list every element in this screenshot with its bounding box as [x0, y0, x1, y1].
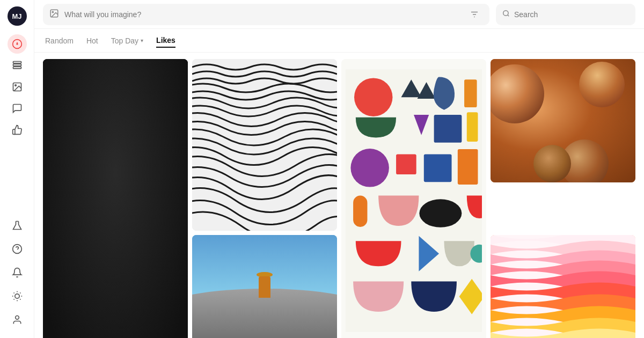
- chevron-down-icon: ▾: [141, 38, 143, 43]
- svg-point-19: [15, 316, 19, 320]
- user-avatar[interactable]: MJ: [8, 6, 27, 26]
- image-card-wavy-lines[interactable]: [192, 59, 337, 231]
- svg-rect-40: [464, 79, 477, 107]
- svg-rect-48: [353, 196, 367, 227]
- svg-line-18: [20, 293, 20, 293]
- person-body: [259, 276, 270, 298]
- tab-likes[interactable]: Likes: [156, 34, 175, 48]
- image-card-painted-face[interactable]: [43, 59, 188, 338]
- svg-rect-5: [13, 67, 21, 69]
- svg-point-28: [67, 104, 164, 233]
- svg-point-49: [419, 199, 462, 227]
- svg-rect-45: [396, 154, 416, 174]
- brush-icon[interactable]: [8, 56, 27, 75]
- gallery-grid: [43, 59, 635, 332]
- svg-rect-27: [43, 61, 188, 338]
- thumbs-up-icon[interactable]: [8, 120, 27, 139]
- flask-icon[interactable]: [8, 216, 27, 235]
- svg-rect-33: [99, 209, 131, 273]
- sidebar: MJ: [0, 0, 34, 338]
- svg-point-2: [17, 43, 18, 45]
- help-icon[interactable]: [8, 239, 27, 259]
- svg-rect-42: [434, 115, 462, 143]
- header: [34, 0, 644, 29]
- bell-icon[interactable]: [8, 263, 27, 282]
- prompt-bar[interactable]: [43, 4, 489, 25]
- svg-point-29: [78, 109, 153, 211]
- svg-rect-34: [43, 276, 188, 338]
- compass-icon[interactable]: [8, 34, 27, 54]
- svg-point-32: [122, 150, 133, 158]
- prompt-input[interactable]: [64, 10, 460, 19]
- image-prompt-icon: [49, 9, 59, 20]
- svg-rect-30: [104, 144, 120, 157]
- svg-point-21: [52, 11, 53, 12]
- image-card-person-rock[interactable]: [192, 235, 337, 338]
- image-card-copper-spheres[interactable]: [491, 59, 635, 182]
- svg-rect-3: [13, 62, 21, 63]
- svg-point-7: [14, 85, 16, 86]
- svg-point-25: [503, 11, 508, 16]
- svg-line-17: [13, 299, 14, 299]
- sphere-4: [533, 145, 571, 182]
- svg-point-44: [350, 149, 389, 187]
- filter-icon[interactable]: [466, 6, 483, 23]
- chat-icon[interactable]: [8, 99, 27, 118]
- search-bar[interactable]: [496, 4, 635, 25]
- sphere-2: [579, 62, 625, 107]
- person-icon[interactable]: [8, 310, 27, 329]
- svg-rect-4: [13, 64, 21, 66]
- svg-point-31: [98, 151, 108, 159]
- svg-line-13: [13, 293, 14, 293]
- main-content: Random Hot Top Day ▾ Likes: [34, 0, 644, 338]
- image-card-color-waves[interactable]: [491, 235, 635, 338]
- person-silhouette: [257, 272, 273, 302]
- svg-point-10: [14, 294, 19, 298]
- search-input[interactable]: [514, 10, 629, 19]
- search-icon: [502, 10, 510, 19]
- svg-point-37: [354, 78, 392, 116]
- brightness-icon[interactable]: [8, 286, 27, 306]
- svg-line-26: [508, 15, 509, 17]
- nav-tabs: Random Hot Top Day ▾ Likes: [34, 29, 644, 53]
- sidebar-bottom: [8, 216, 27, 332]
- svg-rect-46: [424, 154, 452, 182]
- tab-random[interactable]: Random: [45, 34, 74, 47]
- image-card-geometric-shapes[interactable]: [341, 59, 486, 338]
- tab-hot[interactable]: Hot: [86, 34, 98, 47]
- gallery: [34, 53, 644, 338]
- tab-top-day[interactable]: Top Day ▾: [111, 34, 143, 47]
- sphere-1: [491, 64, 544, 123]
- images-icon[interactable]: [8, 77, 27, 97]
- svg-line-14: [20, 299, 20, 299]
- svg-rect-47: [458, 149, 478, 185]
- svg-rect-43: [467, 112, 478, 142]
